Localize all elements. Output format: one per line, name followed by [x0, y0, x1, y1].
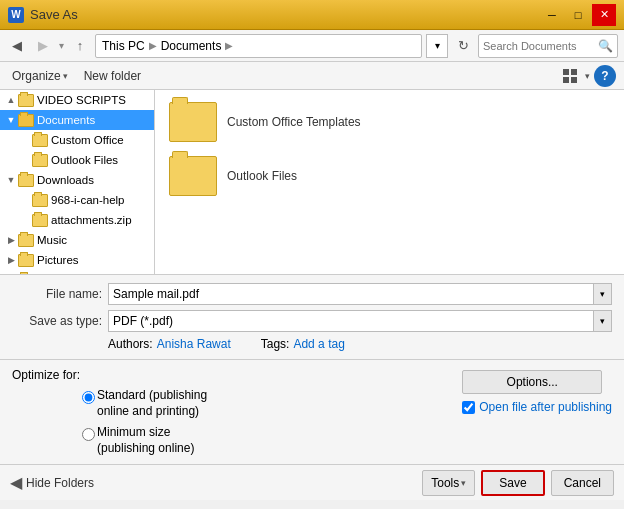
optimize-minimum-label: Minimum size (publishing online) [97, 425, 194, 456]
view-icon [563, 69, 577, 83]
authors-value[interactable]: Anisha Rawat [157, 337, 231, 351]
expand-icon: ▶ [4, 273, 18, 274]
filename-row: File name: ▾ [12, 283, 612, 305]
optimize-minimum-radio[interactable] [82, 428, 95, 441]
tree-item-pictures[interactable]: ▶ Pictures [0, 250, 154, 270]
cancel-button[interactable]: Cancel [551, 470, 614, 496]
form-area: File name: ▾ Save as type: ▾ Authors: An… [0, 275, 624, 360]
filename-input[interactable] [109, 284, 593, 304]
savetype-dropdown-arrow[interactable]: ▾ [593, 311, 611, 331]
maximize-button[interactable]: □ [566, 4, 590, 26]
help-button[interactable]: ? [594, 65, 616, 87]
tags-label: Tags: [261, 337, 290, 351]
expand-icon [18, 213, 32, 227]
tree-item-label: attachments.zip [51, 214, 132, 226]
folder-icon-large [169, 102, 217, 142]
svg-rect-3 [571, 77, 577, 83]
expand-icon [18, 133, 32, 147]
tools-group: Tools ▾ [422, 470, 475, 496]
authors-label: Authors: [108, 337, 153, 351]
file-item-outlook-files[interactable]: Outlook Files [163, 152, 616, 200]
svg-rect-2 [563, 77, 569, 83]
new-folder-button[interactable]: New folder [80, 67, 145, 85]
savetype-label: Save as type: [12, 314, 102, 328]
minimize-button[interactable]: ─ [540, 4, 564, 26]
expand-icon: ▼ [4, 113, 18, 127]
tree-item-custom-office[interactable]: Custom Office [0, 130, 154, 150]
save-button[interactable]: Save [481, 470, 544, 496]
open-after-row: Open file after publishing [462, 400, 612, 414]
back-button[interactable]: ◀ [6, 35, 28, 57]
tree-item-label: Downloads [37, 174, 94, 186]
tags-value[interactable]: Add a tag [293, 337, 344, 351]
tree-item-music[interactable]: ▶ Music [0, 230, 154, 250]
tree-item-label: Documents [37, 114, 95, 126]
authors-row: Authors: Anisha Rawat [108, 337, 231, 351]
file-label: Custom Office Templates [227, 115, 361, 129]
options-right: Options... Open file after publishing [462, 370, 612, 456]
tree-item-downloads[interactable]: ▼ Downloads [0, 170, 154, 190]
savetype-input[interactable] [109, 311, 593, 331]
folder-icon [32, 154, 48, 167]
main-content: ▲ VIDEO SCRIPTS ▼ Documents Custom Offic… [0, 90, 624, 275]
search-box: 🔍 [478, 34, 618, 58]
folder-icon [18, 254, 34, 267]
open-after-label: Open file after publishing [479, 400, 612, 414]
folder-icon [18, 94, 34, 107]
tree-item-label: Music [37, 234, 67, 246]
forward-button[interactable]: ▶ [32, 35, 54, 57]
optimize-label: Optimize for: [12, 368, 80, 382]
tools-arrow-icon: ▾ [461, 478, 466, 488]
close-button[interactable]: ✕ [592, 4, 616, 26]
tree-item-label: 968-i-can-help [51, 194, 125, 206]
tree-item-attachments[interactable]: attachments.zip [0, 210, 154, 230]
open-after-checkbox[interactable] [462, 401, 475, 414]
files-pane: Custom Office Templates Outlook Files [155, 90, 624, 274]
up-button[interactable]: ↑ [69, 35, 91, 57]
view-dropdown-arrow: ▾ [585, 71, 590, 81]
svg-rect-1 [571, 69, 577, 75]
search-input[interactable] [483, 40, 594, 52]
view-options-button[interactable] [559, 65, 581, 87]
footer: ◀ Hide Folders Tools ▾ Save Cancel [0, 464, 624, 500]
folder-icon [32, 194, 48, 207]
filename-combo: ▾ [108, 283, 612, 305]
hide-folders-button[interactable]: ◀ Hide Folders [10, 473, 94, 492]
tree-item-label: Pictures [37, 254, 79, 266]
folder-icon [18, 234, 34, 247]
expand-icon [18, 193, 32, 207]
refresh-button[interactable]: ↻ [452, 35, 474, 57]
optimize-section: Optimize for: Standard (publishing onlin… [12, 368, 446, 456]
breadcrumb: This PC ▶ Documents ▶ [95, 34, 422, 58]
tools-button[interactable]: Tools ▾ [422, 470, 475, 496]
file-item-custom-office-templates[interactable]: Custom Office Templates [163, 98, 616, 146]
file-label: Outlook Files [227, 169, 297, 183]
svg-rect-0 [563, 69, 569, 75]
expand-icon: ▲ [4, 93, 18, 107]
optimize-standard-radio[interactable] [82, 391, 95, 404]
search-icon[interactable]: 🔍 [598, 39, 613, 53]
options-button[interactable]: Options... [462, 370, 602, 394]
breadcrumb-documents: Documents [161, 39, 222, 53]
savetype-combo: ▾ [108, 310, 612, 332]
expand-icon [18, 153, 32, 167]
dialog-title: Save As [30, 7, 78, 22]
chevron-left-icon: ◀ [10, 473, 22, 492]
optimize-label-row: Optimize for: [12, 368, 446, 382]
folder-icon-large [169, 156, 217, 196]
tree-item-outlook-files[interactable]: Outlook Files [0, 150, 154, 170]
app-icon: W [8, 7, 24, 23]
tree-item-videos[interactable]: ▶ Videos [0, 270, 154, 274]
filename-label: File name: [12, 287, 102, 301]
tree-item-video-scripts[interactable]: ▲ VIDEO SCRIPTS [0, 90, 154, 110]
tree-item-968[interactable]: 968-i-can-help [0, 190, 154, 210]
folder-icon [18, 114, 34, 127]
folder-icon [18, 274, 34, 275]
title-bar: W Save As ─ □ ✕ [0, 0, 624, 30]
breadcrumb-dropdown[interactable]: ▾ [426, 34, 448, 58]
tree-item-label: Custom Office [51, 134, 124, 146]
tree-item-documents[interactable]: ▼ Documents [0, 110, 154, 130]
filename-dropdown-arrow[interactable]: ▾ [593, 284, 611, 304]
organize-button[interactable]: Organize ▾ [8, 67, 72, 85]
optimize-minimum-row: Minimum size (publishing online) [82, 425, 446, 456]
